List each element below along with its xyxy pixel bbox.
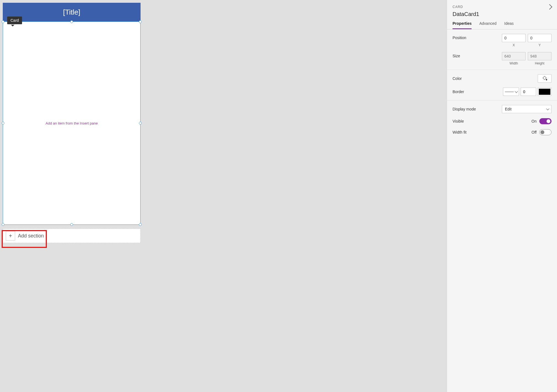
- position-x-input[interactable]: [502, 34, 526, 42]
- resize-handle-tl[interactable]: [2, 20, 4, 23]
- resize-handle-tm[interactable]: [70, 20, 73, 23]
- panel-category: CARD: [453, 5, 463, 9]
- display-mode-select[interactable]: Edit: [502, 105, 551, 113]
- border-width-input[interactable]: [521, 88, 536, 96]
- resize-handle-mr[interactable]: [139, 122, 142, 125]
- plus-icon: +: [6, 231, 15, 240]
- visible-toggle[interactable]: [539, 118, 551, 124]
- fill-icon: [543, 77, 547, 80]
- add-section-bar: + Add section: [3, 229, 141, 243]
- width-fit-toggle[interactable]: [539, 129, 551, 135]
- element-tooltip: Card: [7, 17, 22, 24]
- resize-handle-bl[interactable]: [2, 223, 4, 226]
- position-y-sublabel: Y: [539, 43, 541, 47]
- canvas: [Title] Card Add an item from the Insert…: [0, 0, 447, 392]
- add-section-label: Add section: [18, 233, 44, 239]
- display-mode-label: Display mode: [453, 107, 476, 111]
- width-fit-state-text: Off: [532, 130, 537, 134]
- border-color-button[interactable]: [538, 88, 551, 96]
- width-fit-label: Width fit: [453, 130, 467, 134]
- panel-tabs: Properties Advanced Ideas: [447, 17, 557, 29]
- tab-properties[interactable]: Properties: [453, 21, 472, 29]
- display-mode-value: Edit: [505, 107, 512, 111]
- tooltip-label: Card: [10, 18, 19, 23]
- panel-element-name: DataCard1: [453, 11, 551, 17]
- resize-handle-ml[interactable]: [2, 122, 4, 125]
- card-body-placeholder: Add an item from the Insert pane: [45, 121, 98, 125]
- color-fill-button[interactable]: [538, 74, 551, 83]
- position-y-input[interactable]: [528, 34, 551, 42]
- card-container[interactable]: [Title] Card Add an item from the Insert…: [3, 3, 141, 243]
- card-title-text: [Title]: [63, 8, 80, 17]
- properties-panel: CARD DataCard1 Properties Advanced Ideas…: [447, 0, 557, 392]
- position-x-sublabel: X: [513, 43, 515, 47]
- size-label: Size: [453, 52, 460, 58]
- chevron-down-icon: [515, 90, 518, 93]
- add-section-button[interactable]: + Add section: [6, 231, 44, 240]
- color-label: Color: [453, 76, 462, 81]
- position-label: Position: [453, 34, 466, 40]
- size-width-sublabel: Width: [510, 61, 518, 65]
- border-color-swatch: [539, 89, 550, 95]
- card-body[interactable]: Add an item from the Insert pane: [3, 21, 141, 225]
- size-height-sublabel: Height: [535, 61, 545, 65]
- tab-ideas[interactable]: Ideas: [504, 21, 514, 29]
- resize-handle-br[interactable]: [139, 223, 142, 226]
- resize-handle-bm[interactable]: [70, 223, 73, 226]
- border-label: Border: [453, 90, 464, 94]
- size-width-input[interactable]: [502, 52, 526, 60]
- size-height-input[interactable]: [528, 52, 551, 60]
- tab-advanced[interactable]: Advanced: [479, 21, 496, 29]
- chevron-right-icon[interactable]: [547, 4, 552, 10]
- card-title-bar[interactable]: [Title]: [3, 3, 141, 21]
- visible-state-text: On: [531, 119, 537, 123]
- chevron-down-icon: [546, 107, 549, 110]
- border-style-select[interactable]: [503, 88, 519, 96]
- border-style-line-icon: [505, 92, 514, 92]
- resize-handle-tr[interactable]: [139, 20, 142, 23]
- visible-label: Visible: [453, 119, 464, 123]
